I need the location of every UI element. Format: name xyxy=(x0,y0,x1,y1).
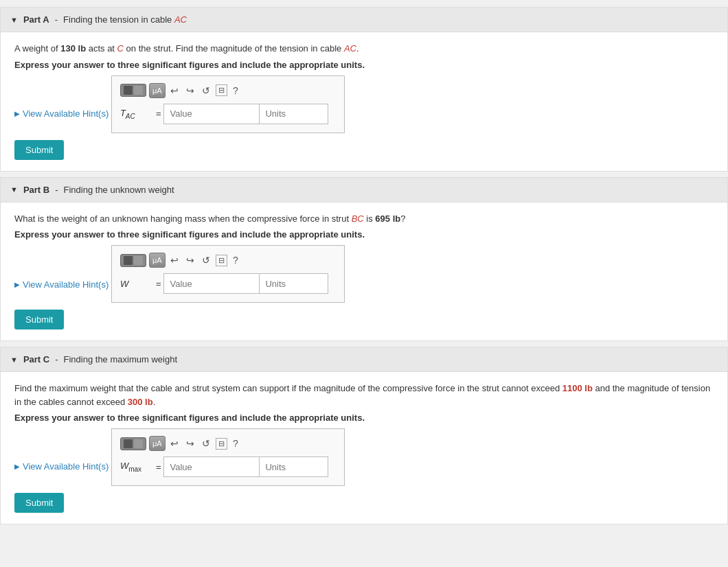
part-a-problem-text: A weight of 130 lb acts at C on the stru… xyxy=(14,42,714,56)
part-a-express: Express your answer to three significant… xyxy=(14,60,714,70)
part-c-redo-btn[interactable]: ↪ xyxy=(184,437,196,450)
part-a-help-btn[interactable]: ? xyxy=(231,84,240,97)
part-c-section: ▼ Part C - Finding the maximum weight Fi… xyxy=(0,347,728,524)
part-b-mu-btn[interactable]: μA xyxy=(149,253,166,268)
part-b-express: Express your answer to three significant… xyxy=(14,229,714,240)
part-a-toolbar: μA ↩ ↪ ↺ ⊟ ? xyxy=(120,83,336,98)
part-a-reset-btn[interactable]: ↺ xyxy=(200,84,212,97)
part-a-format-btn[interactable] xyxy=(120,84,146,97)
part-b-body: What is the weight of an unknown hanging… xyxy=(1,202,727,341)
part-a-keyboard-btn[interactable]: ⊟ xyxy=(216,84,227,96)
part-a-units-input[interactable] xyxy=(260,104,328,124)
part-b-label: Part B xyxy=(23,185,49,195)
part-a-icon-group: ↩ ↪ ↺ ⊟ ? xyxy=(168,84,240,97)
part-a-label: Part A xyxy=(23,14,49,25)
part-c-header: ▼ Part C - Finding the maximum weight xyxy=(1,347,727,372)
part-b-units-input[interactable] xyxy=(260,273,328,294)
part-a-mu-btn[interactable]: μA xyxy=(149,83,166,98)
part-c-body: Find the maximum weight that the cable a… xyxy=(1,372,727,524)
part-a-section: ▼ Part A - Finding the tension in cable … xyxy=(0,7,728,172)
part-c-eq: = xyxy=(156,462,161,472)
part-c-hint-link[interactable]: ▶ View Available Hint(s) xyxy=(14,461,109,472)
part-b-answer-box: μA ↩ ↪ ↺ ⊟ ? W = xyxy=(111,245,345,303)
part-b-title: Finding the unknown weight xyxy=(64,185,174,195)
part-b-input-row: W = xyxy=(120,273,336,294)
part-b-value-input[interactable] xyxy=(163,273,260,294)
part-c-value-input[interactable] xyxy=(163,456,260,477)
part-c-format-btn[interactable] xyxy=(120,437,146,450)
part-b-separator: - xyxy=(55,185,58,195)
part-c-input-row: Wmax = xyxy=(120,456,336,477)
part-c-units-input[interactable] xyxy=(260,456,328,477)
part-c-express: Express your answer to three significant… xyxy=(14,413,714,423)
part-c-submit-btn[interactable]: Submit xyxy=(14,493,64,513)
part-b-redo-btn[interactable]: ↪ xyxy=(184,253,196,267)
part-b-toolbar: μA ↩ ↪ ↺ ⊟ ? xyxy=(120,253,336,268)
part-a-title: Finding the tension in cable AC xyxy=(63,14,187,25)
part-b-header: ▼ Part B - Finding the unknown weight xyxy=(1,178,727,202)
part-c-title: Finding the maximum weight xyxy=(64,354,177,364)
hint-triangle-icon: ▶ xyxy=(14,110,20,117)
part-a-separator: - xyxy=(55,14,58,25)
part-c-separator: - xyxy=(55,354,58,364)
hint-c-triangle-icon: ▶ xyxy=(14,463,20,470)
part-b-hint-link[interactable]: ▶ View Available Hint(s) xyxy=(14,279,109,290)
part-b-undo-btn[interactable]: ↩ xyxy=(168,253,181,267)
part-b-format-btn[interactable] xyxy=(120,254,146,267)
part-b-input-label: W xyxy=(120,279,148,289)
part-a-eq: = xyxy=(156,108,161,119)
part-c-undo-btn[interactable]: ↩ xyxy=(168,437,181,450)
part-c-problem-text: Find the maximum weight that the cable a… xyxy=(14,382,714,408)
part-b-problem-text: What is the weight of an unknown hanging… xyxy=(14,212,714,226)
part-c-toggle[interactable]: ▼ xyxy=(10,356,18,364)
part-b-keyboard-btn[interactable]: ⊟ xyxy=(216,255,227,266)
part-b-help-btn[interactable]: ? xyxy=(231,253,240,267)
part-c-answer-box: μA ↩ ↪ ↺ ⊟ ? Wmax = xyxy=(111,428,345,486)
part-c-keyboard-btn[interactable]: ⊟ xyxy=(216,438,227,450)
part-c-input-label: Wmax xyxy=(120,461,148,473)
part-b-eq: = xyxy=(156,279,161,289)
part-c-mu-btn[interactable]: μA xyxy=(149,436,166,451)
part-b-toggle[interactable]: ▼ xyxy=(10,185,18,194)
part-a-undo-btn[interactable]: ↩ xyxy=(168,84,181,97)
page-container: ▼ Part A - Finding the tension in cable … xyxy=(0,0,728,537)
part-c-help-btn[interactable]: ? xyxy=(231,437,240,450)
part-a-header: ▼ Part A - Finding the tension in cable … xyxy=(1,8,727,32)
hint-b-triangle-icon: ▶ xyxy=(14,281,20,288)
part-b-submit-btn[interactable]: Submit xyxy=(14,310,64,329)
part-b-icon-group: ↩ ↪ ↺ ⊟ ? xyxy=(168,253,240,267)
part-a-input-label: TAC xyxy=(120,108,148,120)
part-a-value-input[interactable] xyxy=(163,104,260,124)
part-a-redo-btn[interactable]: ↪ xyxy=(184,84,196,97)
part-a-input-row: TAC = xyxy=(120,104,336,124)
part-c-toolbar: μA ↩ ↪ ↺ ⊟ ? xyxy=(120,436,336,451)
part-c-icon-group: ↩ ↪ ↺ ⊟ ? xyxy=(168,437,240,450)
part-b-section: ▼ Part B - Finding the unknown weight Wh… xyxy=(0,177,728,342)
part-a-submit-btn[interactable]: Submit xyxy=(14,140,64,160)
part-a-hint-link[interactable]: ▶ View Available Hint(s) xyxy=(14,108,109,119)
part-c-label: Part C xyxy=(23,354,49,364)
part-a-toggle[interactable]: ▼ xyxy=(10,16,18,24)
part-a-answer-box: μA ↩ ↪ ↺ ⊟ ? TAC = xyxy=(111,76,345,133)
part-a-body: A weight of 130 lb acts at C on the stru… xyxy=(1,32,727,171)
part-b-reset-btn[interactable]: ↺ xyxy=(200,253,212,267)
part-c-reset-btn[interactable]: ↺ xyxy=(200,437,212,450)
